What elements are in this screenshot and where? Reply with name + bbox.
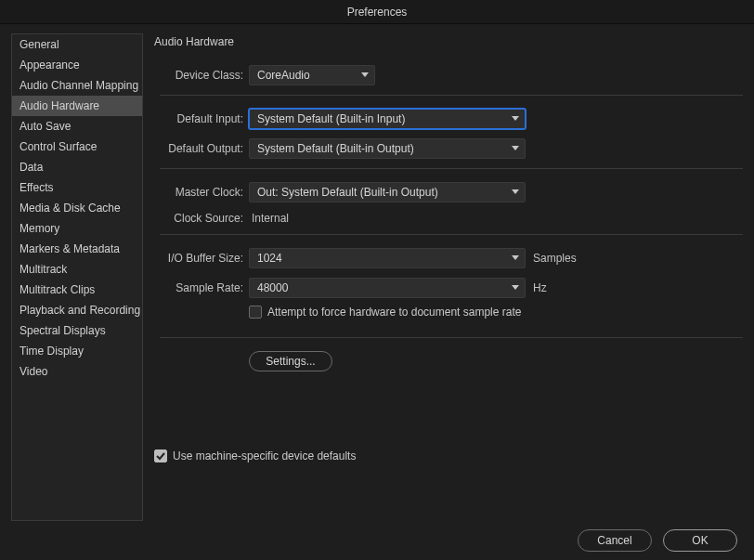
sidebar-item-label: Multitrack Clips [20, 283, 95, 296]
chevron-down-icon [512, 285, 519, 291]
sample-rate-select[interactable]: 48000 [249, 278, 526, 298]
sidebar-item-label: Media & Disk Cache [20, 202, 121, 215]
sidebar-item-label: Multitrack [20, 263, 67, 276]
divider [160, 168, 743, 169]
sidebar-item-label: Time Display [20, 345, 84, 358]
sidebar-item-general[interactable]: General [12, 34, 142, 55]
sample-rate-value: 48000 [257, 279, 288, 297]
panel-title: Audio Hardware [154, 33, 743, 48]
io-buffer-value: 1024 [257, 249, 282, 267]
default-output-select[interactable]: System Default (Built-in Output) [249, 138, 526, 159]
master-clock-select[interactable]: Out: System Default (Built-in Output) [249, 182, 526, 202]
chevron-down-icon [361, 72, 369, 78]
default-input-label: Default Input: [160, 112, 249, 125]
chevron-down-icon [512, 116, 519, 122]
sidebar-item-label: Appearance [20, 59, 80, 72]
settings-button[interactable]: Settings... [249, 351, 332, 371]
window-title: Preferences [347, 6, 408, 19]
device-class-label: Device Class: [160, 69, 249, 82]
default-output-value: System Default (Built-in Output) [257, 139, 414, 158]
io-buffer-suffix: Samples [533, 252, 577, 265]
divider [160, 337, 743, 338]
sidebar-item-label: Auto Save [20, 120, 71, 133]
sidebar-item-video[interactable]: Video [12, 361, 142, 382]
window-titlebar: Preferences [0, 0, 754, 24]
ok-button[interactable]: OK [663, 529, 737, 552]
sidebar-item-spectral-displays[interactable]: Spectral Displays [12, 320, 142, 341]
sidebar-item-media-disk-cache[interactable]: Media & Disk Cache [12, 198, 142, 218]
default-output-label: Default Output: [160, 142, 249, 155]
sidebar-item-auto-save[interactable]: Auto Save [12, 116, 142, 137]
sidebar-item-label: Memory [20, 222, 59, 235]
sidebar-item-label: Video [20, 365, 47, 378]
sidebar-item-audio-channel-mapping[interactable]: Audio Channel Mapping [12, 75, 142, 96]
default-input-value: System Default (Built-in Input) [257, 110, 405, 128]
master-clock-value: Out: System Default (Built-in Output) [257, 183, 438, 202]
sidebar-item-audio-hardware[interactable]: Audio Hardware [12, 96, 142, 116]
sample-rate-label: Sample Rate: [160, 281, 249, 294]
force-hardware-label: Attempt to force hardware to document sa… [267, 306, 521, 319]
chevron-down-icon [512, 189, 519, 195]
divider [160, 95, 743, 96]
dialog-footer: Cancel OK [0, 521, 754, 560]
sidebar-item-playback-and-recording[interactable]: Playback and Recording [12, 300, 142, 320]
sidebar-item-memory[interactable]: Memory [12, 218, 142, 239]
sample-rate-suffix: Hz [533, 281, 547, 294]
preferences-main: Audio Hardware Device Class: CoreAudio D… [143, 33, 743, 521]
sidebar-item-label: Audio Hardware [20, 99, 99, 112]
cancel-button[interactable]: Cancel [578, 529, 652, 552]
device-class-value: CoreAudio [257, 66, 310, 85]
sidebar-item-label: Data [20, 161, 43, 174]
io-buffer-label: I/O Buffer Size: [160, 252, 249, 265]
sidebar-item-label: Playback and Recording [20, 304, 140, 317]
clock-source-value: Internal [249, 212, 289, 225]
clock-source-label: Clock Source: [160, 212, 249, 225]
chevron-down-icon [512, 255, 519, 261]
sidebar-item-effects[interactable]: Effects [12, 177, 142, 198]
sidebar-item-control-surface[interactable]: Control Surface [12, 137, 142, 157]
sidebar-item-data[interactable]: Data [12, 157, 142, 177]
sidebar-item-label: Audio Channel Mapping [20, 79, 138, 92]
device-class-select[interactable]: CoreAudio [249, 65, 375, 85]
sidebar-item-label: Markers & Metadata [20, 242, 120, 255]
sidebar-item-appearance[interactable]: Appearance [12, 55, 142, 75]
machine-defaults-label: Use machine-specific device defaults [173, 449, 356, 462]
divider [160, 234, 743, 235]
sidebar-item-multitrack-clips[interactable]: Multitrack Clips [12, 280, 142, 300]
force-hardware-checkbox[interactable] [249, 306, 262, 319]
preferences-sidebar: GeneralAppearanceAudio Channel MappingAu… [11, 33, 143, 521]
sidebar-item-label: General [20, 38, 59, 51]
sidebar-item-label: Control Surface [20, 140, 97, 153]
sidebar-item-multitrack[interactable]: Multitrack [12, 259, 142, 280]
sidebar-item-label: Spectral Displays [20, 324, 106, 337]
sidebar-item-markers-metadata[interactable]: Markers & Metadata [12, 239, 142, 259]
master-clock-label: Master Clock: [160, 186, 249, 199]
chevron-down-icon [512, 146, 519, 151]
sidebar-item-label: Effects [20, 181, 53, 194]
sidebar-item-time-display[interactable]: Time Display [12, 341, 142, 361]
default-input-select[interactable]: System Default (Built-in Input) [249, 109, 526, 129]
io-buffer-select[interactable]: 1024 [249, 248, 526, 268]
machine-defaults-checkbox[interactable] [154, 449, 167, 462]
